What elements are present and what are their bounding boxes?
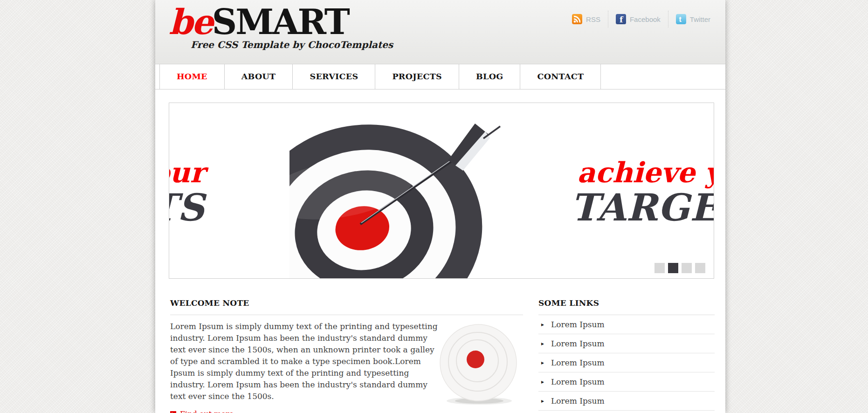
welcome-section: WELCOME NOTE Lorem Ipsum is simply dummy… bbox=[170, 298, 523, 413]
social-links: RSS f Facebook bbox=[572, 10, 710, 28]
nav-item-blog[interactable]: BLOG bbox=[459, 64, 521, 89]
slide-line1: achieve your bbox=[169, 157, 205, 188]
sidebar-heading: SOME LINKS bbox=[538, 298, 715, 308]
site-logo[interactable]: beSMART Free CSS Template by ChocoTempla… bbox=[169, 5, 393, 49]
target-image bbox=[438, 324, 518, 406]
slider-page-button-1[interactable] bbox=[654, 263, 665, 273]
slider-page-button-4[interactable] bbox=[695, 263, 705, 273]
slider-page-button-3[interactable] bbox=[682, 263, 692, 273]
svg-text:t: t bbox=[679, 15, 682, 23]
nav-item-home[interactable]: HOME bbox=[159, 64, 225, 89]
arrow-icon bbox=[170, 411, 176, 413]
slider-pagination bbox=[654, 263, 705, 273]
divider bbox=[608, 11, 608, 28]
divider bbox=[668, 11, 668, 28]
welcome-heading: WELCOME NOTE bbox=[170, 298, 523, 308]
sidebar-link-label: Lorem Ipsum bbox=[551, 320, 605, 329]
bullet-icon: ▸ bbox=[541, 398, 544, 404]
twitter-link[interactable]: t Twitter bbox=[676, 14, 710, 24]
find-out-more-label: Find out more bbox=[180, 410, 234, 413]
rss-icon bbox=[572, 14, 582, 24]
divider bbox=[170, 315, 523, 315]
dartboard-image bbox=[289, 116, 513, 279]
sidebar-link-label: Lorem Ipsum bbox=[551, 396, 605, 406]
logo-accent: be bbox=[169, 2, 212, 42]
sidebar-link-label: Lorem Ipsum bbox=[551, 339, 605, 348]
sidebar-link-label: Lorem Ipsum bbox=[551, 377, 605, 386]
main-nav: HOME ABOUT SERVICES PROJECTS BLOG CONTAC… bbox=[155, 64, 725, 89]
bullet-icon: ▸ bbox=[541, 341, 544, 346]
welcome-text: Lorem Ipsum is simply dummy text of the … bbox=[170, 321, 438, 402]
logo-rest: SMART bbox=[212, 2, 349, 42]
logo-text: beSMART bbox=[169, 5, 393, 39]
header: beSMART Free CSS Template by ChocoTempla… bbox=[155, 0, 725, 64]
bullet-icon: ▸ bbox=[541, 379, 544, 385]
facebook-label: Facebook bbox=[630, 15, 661, 23]
slide-text-incoming: achieve your TARGETS bbox=[571, 157, 714, 226]
twitter-label: Twitter bbox=[690, 15, 710, 23]
facebook-link[interactable]: f Facebook bbox=[616, 14, 661, 24]
nav-item-services[interactable]: SERVICES bbox=[293, 64, 375, 89]
links-sidebar: SOME LINKS ▸Lorem Ipsum ▸Lorem Ipsum ▸Lo… bbox=[538, 298, 715, 411]
facebook-icon: f bbox=[616, 14, 626, 24]
site-tagline: Free CSS Template by ChocoTemplates bbox=[191, 40, 393, 49]
slide-line2: TARGETS bbox=[571, 189, 714, 226]
sidebar-link[interactable]: ▸Lorem Ipsum bbox=[538, 372, 715, 392]
slide-text-outgoing: achieve your TARGETS bbox=[169, 157, 205, 226]
sidebar-link[interactable]: ▸Lorem Ipsum bbox=[538, 353, 715, 372]
sidebar-link[interactable]: ▸Lorem Ipsum bbox=[538, 315, 715, 334]
rss-link[interactable]: RSS bbox=[572, 14, 600, 24]
hero-slider: achieve your TARGETS ac bbox=[169, 103, 714, 279]
nav-item-contact[interactable]: CONTACT bbox=[520, 64, 601, 89]
sidebar-link[interactable]: ▸Lorem Ipsum bbox=[538, 334, 715, 353]
sidebar-link[interactable]: ▸Lorem Ipsum bbox=[538, 392, 715, 411]
sidebar-link-label: Lorem Ipsum bbox=[551, 358, 605, 367]
find-out-more-link[interactable]: Find out more bbox=[170, 410, 234, 413]
bullet-icon: ▸ bbox=[541, 360, 544, 365]
nav-item-about[interactable]: ABOUT bbox=[225, 64, 293, 89]
slide-line2: TARGETS bbox=[169, 189, 205, 226]
rss-label: RSS bbox=[586, 15, 600, 23]
content-sheet: beSMART Free CSS Template by ChocoTempla… bbox=[155, 0, 725, 413]
bullet-icon: ▸ bbox=[541, 322, 544, 327]
slider-page-button-2[interactable] bbox=[668, 263, 678, 273]
twitter-icon: t bbox=[676, 14, 686, 24]
sidebar-link-list: ▸Lorem Ipsum ▸Lorem Ipsum ▸Lorem Ipsum ▸… bbox=[538, 315, 715, 411]
slide-line1: achieve your bbox=[577, 157, 714, 188]
nav-item-projects[interactable]: PROJECTS bbox=[375, 64, 459, 89]
